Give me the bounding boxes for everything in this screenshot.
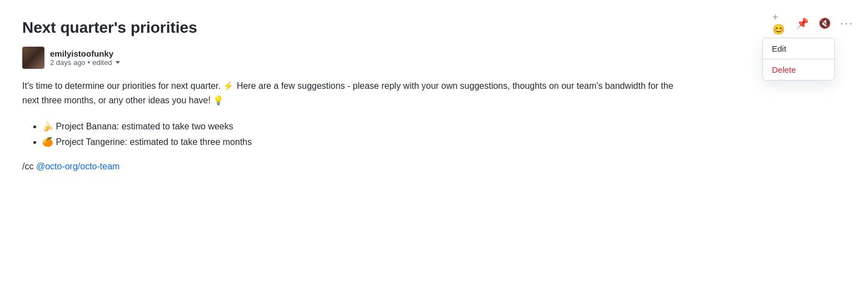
bullet-list: 🍌 Project Banana: estimated to take two … [22,119,846,151]
edited-badge: edited [92,58,112,67]
pin-button[interactable]: 📌 [795,16,810,31]
author-name: emilyistoofunky [50,49,120,58]
edit-button[interactable]: Edit [763,38,834,59]
author-row: emilyistoofunky 2 days ago • edited [22,47,846,69]
page-container: Next quarter's priorities emilyistoofunk… [0,0,868,291]
cc-text: /cc [22,162,36,171]
dot-separator: • [88,58,91,67]
dropdown-menu: Edit Delete [762,38,835,81]
timestamp: 2 days ago [50,58,86,67]
cc-line: /cc @octo-org/octo-team [22,162,846,172]
chevron-down-icon[interactable] [116,61,120,64]
author-info: emilyistoofunky 2 days ago • edited [50,49,120,67]
post-title: Next quarter's priorities [22,18,846,38]
toolbar: + 😊 📌 🔇 ··· [772,16,855,31]
more-options-button[interactable]: ··· [839,16,855,31]
list-item: 🍌 Project Banana: estimated to take two … [42,119,846,135]
delete-button[interactable]: Delete [763,59,834,80]
add-emoji-button[interactable]: + 😊 [772,16,788,31]
list-item: 🍊 Project Tangerine: estimated to take t… [42,134,846,150]
mention[interactable]: @octo-org/octo-team [36,162,120,171]
author-meta: 2 days ago • edited [50,58,120,67]
avatar-image [22,47,44,69]
mute-button[interactable]: 🔇 [817,16,832,31]
avatar [22,47,44,69]
post-body: It's time to determine our priorities fo… [22,79,689,107]
body-paragraph: It's time to determine our priorities fo… [22,79,689,107]
